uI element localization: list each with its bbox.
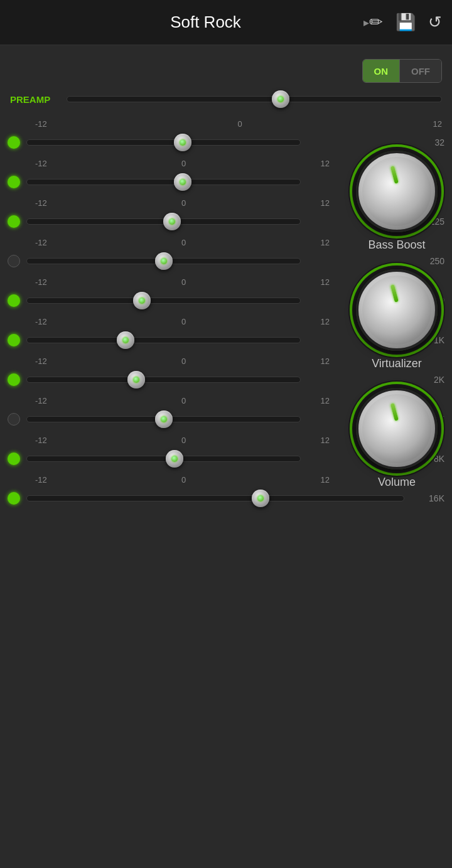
- band-freq-16k: 16K: [416, 493, 444, 503]
- arrow-icon: ▸: [363, 16, 369, 29]
- preamp-label: PREAMP: [10, 94, 67, 105]
- band-slider-2k[interactable]: [26, 371, 301, 388]
- band-dot-32: [8, 136, 20, 149]
- toggle-off-button[interactable]: OFF: [400, 60, 441, 82]
- preamp-knob[interactable]: [272, 90, 289, 108]
- bass-boost-indicator: [390, 166, 399, 184]
- band-slider-125[interactable]: [26, 213, 301, 230]
- scale-min-1: -12: [35, 159, 47, 168]
- virtualizer-knob[interactable]: [356, 269, 438, 351]
- scale-center-1: 0: [181, 159, 186, 168]
- scale-max: 12: [433, 119, 442, 129]
- band-knob-250[interactable]: [155, 252, 173, 270]
- bass-boost-knob[interactable]: [356, 151, 438, 232]
- band-knob-2k[interactable]: [127, 371, 145, 388]
- band-knob-4k[interactable]: [155, 410, 173, 428]
- virtualizer-knob-inner: [362, 276, 431, 345]
- toggle-row: ON OFF: [0, 51, 452, 85]
- volume-panel: Volume: [347, 388, 447, 489]
- reset-icon[interactable]: ↺: [428, 13, 442, 32]
- band-4k-group: 4K -12 0 12: [0, 407, 452, 471]
- band-dot-4k: [8, 413, 20, 426]
- bands-wrapper: 32 -12 0 12: [0, 130, 452, 511]
- band-slider-16k[interactable]: [26, 490, 404, 507]
- save-icon[interactable]: 💾: [396, 13, 416, 32]
- band-slider-8k[interactable]: [26, 450, 301, 468]
- scale-min: -12: [35, 119, 47, 129]
- band-freq-2k: 2K: [416, 375, 444, 385]
- band-dot-1k: [8, 334, 20, 346]
- band-knob-8k[interactable]: [166, 450, 183, 468]
- on-off-toggle[interactable]: ON OFF: [362, 59, 443, 83]
- scale-center: 0: [238, 119, 242, 129]
- virtualizer-panel: Virtualizer: [347, 269, 447, 370]
- bass-boost-panel: Bass Boost: [347, 151, 447, 252]
- volume-knob-inner: [362, 394, 431, 463]
- band-slider-1k[interactable]: [26, 331, 301, 349]
- band-section-16k: 16K: [0, 486, 452, 511]
- preset-title: Soft Rock: [10, 13, 401, 32]
- band-dot-64: [8, 176, 20, 188]
- band-knob-64[interactable]: [174, 173, 191, 191]
- scale-labels: -12 0 12: [0, 118, 452, 130]
- band-row-16k: 16K: [0, 486, 452, 511]
- header: Soft Rock ▸ ✏ 💾 ↺: [0, 0, 452, 45]
- edit-icon[interactable]: ✏: [369, 13, 383, 32]
- band-dot-500: [8, 294, 20, 307]
- band-dot-125: [8, 215, 20, 228]
- band-slider-500[interactable]: [26, 292, 301, 309]
- band-knob-16k[interactable]: [252, 490, 269, 507]
- band-knob-500[interactable]: [133, 292, 151, 309]
- toggle-on-button[interactable]: ON: [363, 60, 401, 82]
- band-knob-125[interactable]: [163, 213, 181, 230]
- main-content: ON OFF PREAMP -12 0 12: [0, 45, 452, 526]
- band-dot-16k: [8, 492, 20, 505]
- band-freq-250: 250: [416, 256, 444, 266]
- band-slider-32[interactable]: [26, 134, 301, 151]
- band-freq-32: 32: [416, 137, 444, 147]
- scale-max-1: 12: [321, 159, 330, 168]
- volume-knob[interactable]: [356, 388, 438, 469]
- virtualizer-indicator: [390, 284, 399, 303]
- preamp-row: PREAMP: [0, 85, 452, 113]
- band-64-group: 64 -12 0 12: [0, 169, 452, 234]
- bass-boost-knob-inner: [362, 157, 431, 226]
- band-knob-32[interactable]: [174, 134, 191, 151]
- band-slider-64[interactable]: [26, 173, 301, 191]
- band-dot-8k: [8, 453, 20, 465]
- bass-boost-label: Bass Boost: [368, 238, 425, 252]
- band-knob-1k[interactable]: [117, 331, 134, 349]
- virtualizer-label: Virtualizer: [372, 357, 422, 370]
- band-slider-4k[interactable]: [26, 410, 301, 428]
- app-container: Soft Rock ▸ ✏ 💾 ↺ ON OFF PREAMP -: [0, 0, 452, 526]
- volume-label: Volume: [378, 476, 416, 489]
- band-dot-250: [8, 255, 20, 267]
- volume-indicator: [390, 403, 399, 421]
- band-500-group: 500 -12 0 12: [0, 288, 452, 353]
- header-icons: ✏ 💾 ↺: [369, 13, 442, 32]
- band-slider-250[interactable]: [26, 252, 301, 270]
- preamp-slider[interactable]: [67, 90, 442, 108]
- band-dot-2k: [8, 373, 20, 386]
